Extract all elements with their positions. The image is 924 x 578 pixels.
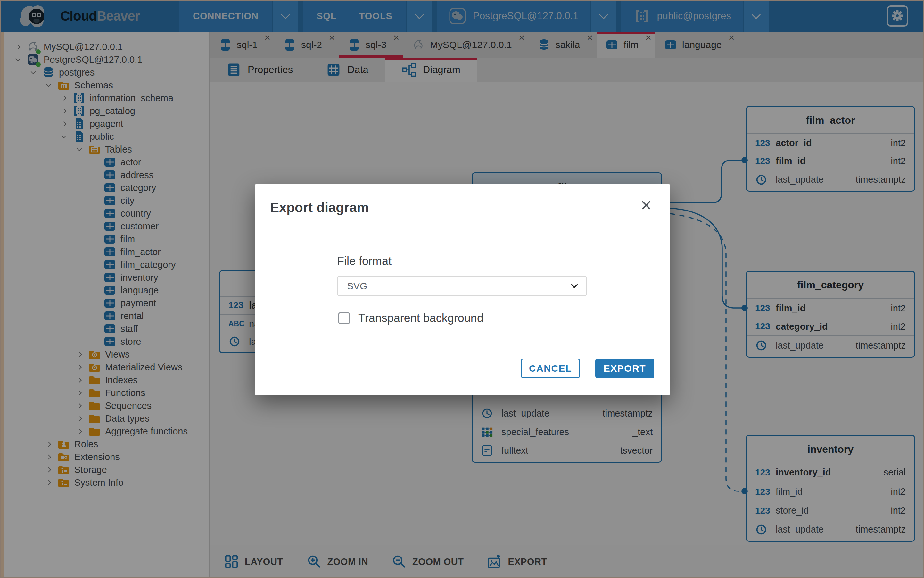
file-format-select[interactable]: SVG	[337, 276, 587, 296]
transparent-background-checkbox[interactable]	[338, 312, 350, 324]
cloudbeaver-window: CloudBeaver CONNECTIONSQLTOOLS PostgreSQ…	[0, 0, 924, 578]
dialog-title: Export diagram	[270, 200, 369, 215]
close-icon[interactable]: ×	[640, 195, 652, 215]
transparent-background-option: Transparent background	[338, 312, 484, 325]
chevron-down-icon	[571, 281, 578, 288]
export-diagram-dialog: Export diagram × File format SVG Transpa…	[255, 184, 670, 395]
checkbox-label: Transparent background	[358, 312, 484, 325]
file-format-label: File format	[337, 254, 391, 268]
export-button[interactable]: EXPORT	[595, 359, 654, 378]
file-format-value: SVG	[347, 281, 367, 292]
cancel-button[interactable]: CANCEL	[521, 359, 580, 378]
